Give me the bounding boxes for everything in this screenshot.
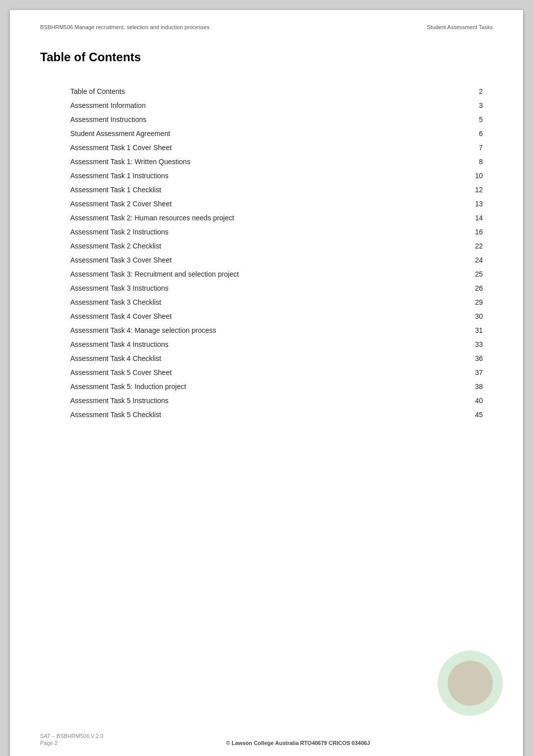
toc-label: Assessment Task 5 Checklist: [70, 408, 442, 422]
toc-page: 6: [442, 127, 493, 141]
toc-label: Assessment Task 2 Checklist: [70, 239, 442, 253]
toc-label: Assessment Task 5 Instructions: [70, 394, 442, 408]
toc-page: 33: [442, 337, 493, 351]
toc-row: Assessment Task 1 Instructions10: [70, 169, 493, 183]
toc-row: Assessment Task 5 Checklist45: [70, 408, 493, 422]
toc-label: Assessment Task 1 Checklist: [70, 183, 442, 197]
toc-row: Table of Contents2: [70, 84, 493, 98]
toc-page: 29: [442, 295, 493, 309]
toc-label: Assessment Information: [70, 98, 442, 112]
toc-page: 31: [442, 323, 493, 337]
page-content: Table of Contents Table of Contents2Asse…: [10, 30, 523, 452]
page-number: Page 2: [40, 740, 103, 746]
toc-label: Assessment Task 5: Induction project: [70, 380, 442, 394]
toc-row: Assessment Task 5 Cover Sheet37: [70, 365, 493, 380]
toc-page: 22: [442, 239, 493, 253]
toc-page: 10: [442, 169, 493, 183]
toc-label: Assessment Task 3 Instructions: [70, 281, 442, 295]
toc-page: 38: [442, 380, 493, 394]
toc-page: 37: [442, 365, 493, 380]
toc-label: Assessment Task 4 Instructions: [70, 337, 442, 351]
toc-label: Table of Contents: [70, 84, 442, 98]
toc-label: Assessment Task 3 Cover Sheet: [70, 253, 442, 267]
header-left: BSBHRM506 Manage recruitment, selection …: [40, 24, 210, 30]
toc-label: Assessment Task 3: Recruitment and selec…: [70, 267, 442, 281]
toc-row: Assessment Information3: [70, 98, 493, 112]
sat-version: SAT – BSBHRM506 V.2.0: [40, 733, 103, 739]
toc-label: Assessment Task 2 Cover Sheet: [70, 197, 442, 211]
footer-copyright: © Lawson College Australia RTO40679 CRIC…: [103, 740, 493, 746]
toc-row: Assessment Task 4 Instructions33: [70, 337, 493, 351]
toc-row: Assessment Task 1 Checklist12: [70, 183, 493, 197]
header-right: Student Assessment Tasks: [427, 24, 493, 30]
toc-row: Assessment Task 3 Instructions26: [70, 281, 493, 295]
toc-label: Assessment Task 1: Written Questions: [70, 155, 442, 169]
toc-page: 26: [442, 281, 493, 295]
toc-page: 13: [442, 197, 493, 211]
page: BSBHRM506 Manage recruitment, selection …: [10, 10, 523, 756]
toc-label: Assessment Task 4 Cover Sheet: [70, 309, 442, 323]
toc-row: Assessment Task 4 Cover Sheet30: [70, 309, 493, 323]
toc-label: Assessment Task 2: Human resources needs…: [70, 211, 442, 225]
toc-row: Assessment Task 1: Written Questions8: [70, 155, 493, 169]
toc-label: Assessment Task 5 Cover Sheet: [70, 365, 442, 380]
toc-row: Assessment Task 1 Cover Sheet7: [70, 141, 493, 155]
toc-row: Assessment Task 2 Cover Sheet13: [70, 197, 493, 211]
toc-page: 25: [442, 267, 493, 281]
toc-page: 2: [442, 84, 493, 98]
decorative-circle-inner: [448, 661, 493, 706]
toc-page: 14: [442, 211, 493, 225]
toc-page: 45: [442, 408, 493, 422]
toc-label: Student Assessment Agreement: [70, 127, 442, 141]
toc-label: Assessment Task 4 Checklist: [70, 351, 442, 365]
toc-page: 3: [442, 98, 493, 112]
toc-table: Table of Contents2Assessment Information…: [70, 84, 493, 422]
toc-row: Assessment Task 4: Manage selection proc…: [70, 323, 493, 337]
toc-page: 24: [442, 253, 493, 267]
toc-row: Assessment Task 3: Recruitment and selec…: [70, 267, 493, 281]
toc-page: 7: [442, 141, 493, 155]
toc-label: Assessment Task 1 Cover Sheet: [70, 141, 442, 155]
toc-row: Assessment Task 5 Instructions40: [70, 394, 493, 408]
page-header: BSBHRM506 Manage recruitment, selection …: [10, 10, 523, 30]
copyright-text: © Lawson College Australia RTO40679 CRIC…: [226, 740, 370, 746]
page-footer: SAT – BSBHRM506 V.2.0 Page 2 © Lawson Co…: [40, 733, 493, 746]
toc-row: Assessment Task 3 Checklist29: [70, 295, 493, 309]
toc-row: Assessment Task 5: Induction project38: [70, 380, 493, 394]
footer-left: SAT – BSBHRM506 V.2.0 Page 2: [40, 733, 103, 746]
toc-page: 12: [442, 183, 493, 197]
toc-page: 16: [442, 225, 493, 239]
toc-label: Assessment Task 4: Manage selection proc…: [70, 323, 442, 337]
toc-row: Assessment Task 2 Checklist22: [70, 239, 493, 253]
toc-row: Assessment Task 2: Human resources needs…: [70, 211, 493, 225]
toc-page: 30: [442, 309, 493, 323]
toc-label: Assessment Task 3 Checklist: [70, 295, 442, 309]
toc-page: 8: [442, 155, 493, 169]
decorative-circle: [438, 651, 503, 716]
toc-page: 40: [442, 394, 493, 408]
toc-page: 5: [442, 112, 493, 127]
page-title: Table of Contents: [40, 50, 493, 64]
toc-row: Student Assessment Agreement6: [70, 127, 493, 141]
toc-row: Assessment Task 3 Cover Sheet24: [70, 253, 493, 267]
toc-row: Assessment Task 2 Instructions16: [70, 225, 493, 239]
toc-label: Assessment Task 1 Instructions: [70, 169, 442, 183]
toc-row: Assessment Task 4 Checklist36: [70, 351, 493, 365]
toc-row: Assessment Instructions5: [70, 112, 493, 127]
toc-page: 36: [442, 351, 493, 365]
toc-label: Assessment Instructions: [70, 112, 442, 127]
toc-label: Assessment Task 2 Instructions: [70, 225, 442, 239]
